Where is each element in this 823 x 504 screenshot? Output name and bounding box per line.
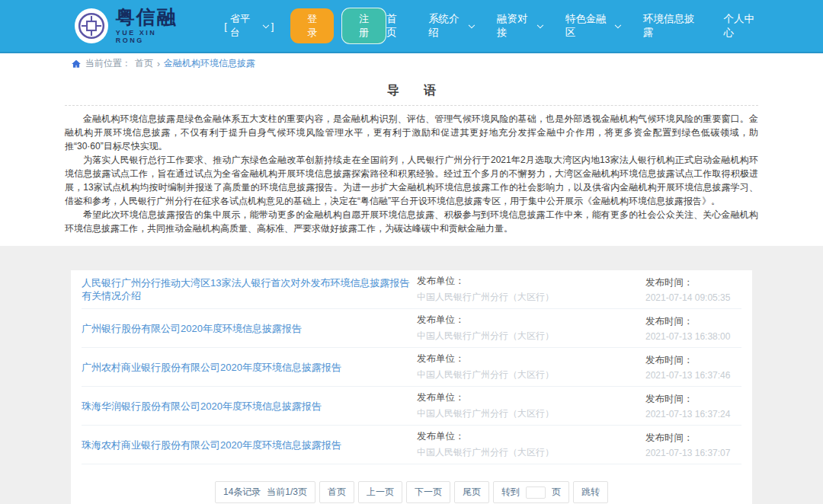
brand-name: 粤信融 (116, 8, 185, 27)
goto-page-group: 转到 页 (493, 481, 569, 503)
last-page-button[interactable]: 尾页 (454, 481, 489, 503)
unit-value: 中国人民银行广州分行（大区行） (417, 446, 645, 459)
nav-label: 个人中心 (724, 12, 762, 40)
home-icon (71, 59, 82, 69)
first-page-button[interactable]: 首页 (319, 481, 354, 503)
nav-item-system-intro[interactable]: 系统介绍 (428, 12, 474, 40)
time-label: 发布时间： (645, 276, 741, 289)
report-title-link[interactable]: 广州银行股份有限公司2020年度环境信息披露报告 (82, 322, 411, 335)
intro-section: 导 语 金融机构环境信息披露是绿色金融体系五大支柱的重要内容，是金融机构识别、评… (0, 74, 823, 246)
brand-name-en: YUE XIN RONG (116, 29, 185, 44)
dashed-divider (65, 105, 758, 106)
content-area: 人民银行广州分行推动大湾区13家法人银行首次对外发布环境信息披露报告有关情况介绍… (0, 246, 823, 504)
nav-item-home[interactable]: 首页 (386, 12, 405, 40)
nav-label: 首页 (386, 12, 405, 40)
seal-emblem-icon (77, 11, 106, 40)
pagination-summary: 14条记录 当前1/3页 (215, 481, 315, 503)
time-value: 2021-07-13 16:37:46 (645, 370, 741, 381)
intro-paragraph: 希望此次环境信息披露报告的集中展示，能带动更多的金融机构自愿开展环境信息披露、积… (65, 208, 758, 235)
unit-label: 发布单位： (417, 352, 645, 365)
unit-label: 发布单位： (417, 314, 645, 327)
nav-label: 环境信息披露 (643, 12, 701, 40)
time-label: 发布时间： (645, 315, 741, 328)
time-value: 2021-07-13 16:38:00 (645, 331, 741, 342)
nav-label: 系统介绍 (428, 12, 466, 40)
publish-unit-column: 发布单位： 中国人民银行广州分行（大区行） (417, 314, 645, 343)
page-number-input[interactable] (526, 486, 546, 499)
jump-button[interactable]: 跳转 (573, 481, 608, 503)
nav-item-financing[interactable]: 融资对接 (497, 12, 543, 40)
next-page-button[interactable]: 下一页 (406, 481, 450, 503)
table-row: 珠海农村商业银行股份有限公司2020年度环境信息披露报告 发布单位： 中国人民银… (82, 426, 741, 464)
goto-label: 转到 (501, 486, 520, 499)
publish-time-column: 发布时间： 2021-07-13 16:37:46 (645, 354, 741, 381)
bracket-right: ] (271, 21, 274, 32)
records-count: 14条记录 (223, 486, 261, 499)
main-navigation: 首页 系统介绍 融资对接 特色金融区 环境信息披露 个人中心 (386, 12, 762, 40)
intro-paragraph: 为落实人民银行总行工作要求、推动广东绿色金融改革创新持续走在全国前列，人民银行广… (65, 153, 758, 208)
report-title-link[interactable]: 人民银行广州分行推动大湾区13家法人银行首次对外发布环境信息披露报告有关情况介绍 (82, 276, 411, 302)
brand-logo-coin-icon (75, 8, 108, 43)
chevron-down-icon (537, 21, 543, 27)
prev-page-button[interactable]: 上一页 (358, 481, 402, 503)
nav-item-special-finance-zone[interactable]: 特色金融区 (565, 12, 620, 40)
current-page-indicator: 当前1/3页 (267, 486, 307, 499)
unit-value: 中国人民银行广州分行（大区行） (417, 291, 645, 304)
nav-item-personal-center[interactable]: 个人中心 (724, 12, 762, 40)
page-unit-label: 页 (552, 486, 561, 499)
breadcrumb: 当前位置： 首页 › 金融机构环境信息披露 (0, 53, 823, 74)
pagination: 14条记录 当前1/3页 首页 上一页 下一页 尾页 转到 页 跳转 (82, 464, 741, 504)
time-label: 发布时间： (645, 393, 741, 406)
platform-label: 省平台 (230, 12, 258, 40)
nav-label: 特色金融区 (565, 12, 613, 40)
breadcrumb-current-page[interactable]: 金融机构环境信息披露 (164, 57, 255, 70)
breadcrumb-home-link[interactable]: 首页 (135, 57, 153, 70)
time-value: 2021-07-13 16:37:07 (645, 448, 741, 458)
login-button[interactable]: 登录 (290, 8, 334, 43)
time-label: 发布时间： (645, 354, 741, 367)
report-list-card: 人民银行广州分行推动大湾区13家法人银行首次对外发布环境信息披露报告有关情况介绍… (71, 270, 752, 504)
breadcrumb-prefix: 当前位置： (85, 57, 131, 70)
publish-unit-column: 发布单位： 中国人民银行广州分行（大区行） (417, 352, 645, 381)
chevron-down-icon (469, 21, 475, 27)
unit-value: 中国人民银行广州分行（大区行） (417, 330, 645, 343)
table-row: 广州银行股份有限公司2020年度环境信息披露报告 发布单位： 中国人民银行广州分… (82, 309, 741, 348)
publish-unit-column: 发布单位： 中国人民银行广州分行（大区行） (417, 275, 645, 304)
time-value: 2021-07-13 16:37:24 (645, 409, 741, 419)
publish-time-column: 发布时间： 2021-07-13 16:38:00 (645, 315, 741, 342)
publish-time-column: 发布时间： 2021-07-13 16:37:24 (645, 393, 741, 419)
unit-value: 中国人民银行广州分行（大区行） (417, 407, 645, 420)
time-value: 2021-07-14 09:05:35 (645, 292, 741, 303)
chevron-down-icon (615, 21, 621, 27)
table-row: 人民银行广州分行推动大湾区13家法人银行首次对外发布环境信息披露报告有关情况介绍… (82, 270, 741, 309)
top-header: 粤信融 YUE XIN RONG [ 省平台 ] 登录 注册 首页 系统介绍 融… (0, 0, 823, 53)
chevron-down-icon (263, 21, 269, 27)
intro-title: 导 语 (65, 83, 758, 99)
brand: 粤信融 YUE XIN RONG (75, 8, 184, 43)
table-row: 广州农村商业银行股份有限公司2020年度环境信息披露报告 发布单位： 中国人民银… (82, 348, 741, 387)
report-title-link[interactable]: 珠海农村商业银行股份有限公司2020年度环境信息披露报告 (82, 439, 411, 451)
publish-time-column: 发布时间： 2021-07-13 16:37:07 (645, 432, 741, 458)
nav-item-environment-disclosure[interactable]: 环境信息披露 (643, 12, 701, 40)
register-button[interactable]: 注册 (341, 8, 386, 44)
page: 粤信融 YUE XIN RONG [ 省平台 ] 登录 注册 首页 系统介绍 融… (0, 0, 823, 504)
publish-unit-column: 发布单位： 中国人民银行广州分行（大区行） (417, 391, 645, 420)
time-label: 发布时间： (645, 432, 741, 445)
table-row: 珠海华润银行股份有限公司2020年度环境信息披露报告 发布单位： 中国人民银行广… (82, 387, 741, 426)
publish-unit-column: 发布单位： 中国人民银行广州分行（大区行） (417, 430, 645, 459)
breadcrumb-separator: › (157, 59, 160, 69)
bracket-left: [ (224, 21, 227, 32)
unit-label: 发布单位： (417, 275, 645, 288)
unit-value: 中国人民银行广州分行（大区行） (417, 368, 645, 381)
brand-text: 粤信融 YUE XIN RONG (116, 8, 185, 43)
report-title-link[interactable]: 珠海华润银行股份有限公司2020年度环境信息披露报告 (82, 400, 411, 413)
nav-label: 融资对接 (497, 12, 535, 40)
publish-time-column: 发布时间： 2021-07-14 09:05:35 (645, 276, 741, 303)
intro-paragraph: 金融机构环境信息披露是绿色金融体系五大支柱的重要内容，是金融机构识别、评估、管理… (65, 112, 758, 153)
platform-selector[interactable]: [ 省平台 ] (224, 12, 274, 40)
unit-label: 发布单位： (417, 391, 645, 404)
unit-label: 发布单位： (417, 430, 645, 443)
report-title-link[interactable]: 广州农村商业银行股份有限公司2020年度环境信息披露报告 (82, 361, 411, 374)
